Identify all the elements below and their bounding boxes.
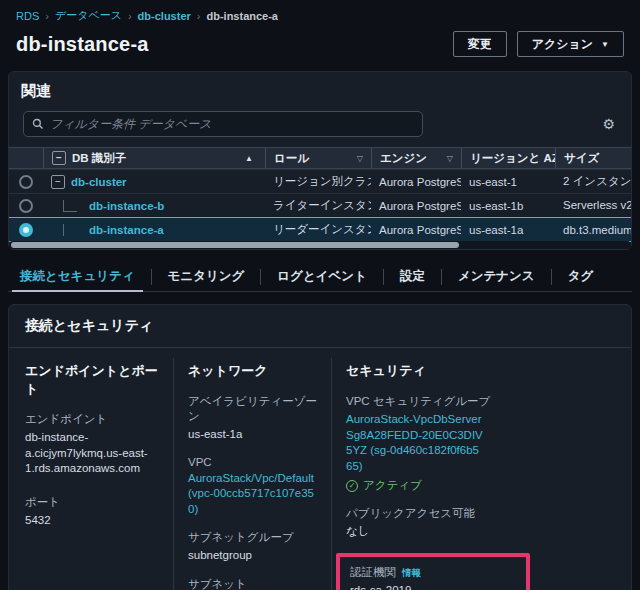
header-engine: エンジン ▽ <box>371 148 461 168</box>
certificate-authority-highlight: 認証機関 情報 rds-ca-2019 証明機関の日付 August 23, 2… <box>336 553 530 590</box>
horizontal-scrollbar[interactable] <box>9 241 631 249</box>
row-name-cell: db-instance-a <box>43 224 265 236</box>
tab-maintenance[interactable]: メンテナンス <box>454 262 539 291</box>
row-radio[interactable] <box>19 175 33 189</box>
filter-dropdown-icon[interactable]: ▽ <box>357 154 363 163</box>
chevron-down-icon: ▼ <box>601 40 609 49</box>
tab-logs-events[interactable]: ログとイベント <box>273 262 371 291</box>
breadcrumb-link-rds[interactable]: RDS <box>16 10 39 22</box>
filter-row: ⚙ <box>21 111 619 137</box>
vpc-link[interactable]: AuroraStack/Vpc/Default (vpc-00ccb5717c1… <box>188 471 321 518</box>
security-group-status: ✓ アクティブ <box>346 478 493 493</box>
network-column-title: ネットワーク <box>188 362 321 380</box>
header-actions: 変更 アクション ▼ <box>453 31 624 57</box>
port-value: 5432 <box>25 513 163 529</box>
endpoint-label: エンドポイント <box>25 412 163 427</box>
modify-button[interactable]: 変更 <box>453 31 507 57</box>
header-role: ロール ▽ <box>265 148 371 168</box>
table-row[interactable]: db-instance-b ライターインスタンス Aurora PostgreS… <box>9 193 631 217</box>
tab-divider <box>441 269 442 285</box>
info-link[interactable]: 情報 <box>402 567 421 580</box>
row-radio[interactable] <box>19 199 33 213</box>
endpoint-column: エンドポイントとポート エンドポイント db-instance-a.cicjym… <box>25 358 173 590</box>
check-circle-icon: ✓ <box>346 480 358 492</box>
security-group-field: VPC セキュリティグループ AuroraStack-VpcDbServerSg… <box>346 394 493 493</box>
row-select-cell <box>9 223 43 237</box>
port-field: ポート 5432 <box>25 495 163 529</box>
tab-divider <box>260 269 261 285</box>
breadcrumb-link-db-cluster[interactable]: db-cluster <box>138 10 191 22</box>
public-access-value: なし <box>346 524 493 540</box>
row-radio-selected[interactable] <box>19 223 33 237</box>
tab-divider <box>151 269 152 285</box>
subnets-label: サブネット <box>188 577 321 590</box>
tab-monitoring[interactable]: モニタリング <box>164 262 249 291</box>
tab-divider <box>383 269 384 285</box>
connectivity-security-header: 接続とセキュリティ <box>9 305 631 348</box>
connectivity-security-panel: 接続とセキュリティ エンドポイントとポート エンドポイント db-instanc… <box>8 304 632 590</box>
column-label: リージョンと AZ <box>470 151 555 166</box>
header-select-cell <box>9 148 43 168</box>
port-label: ポート <box>25 495 163 510</box>
sort-asc-icon[interactable]: ▲ <box>245 154 253 163</box>
filter-input[interactable] <box>50 117 414 131</box>
row-name-cell: db-instance-b <box>43 200 265 212</box>
actions-label: アクション <box>532 36 593 53</box>
rds-instance-detail-page: RDS › データベース › db-cluster › db-instance-… <box>0 0 640 590</box>
actions-dropdown-button[interactable]: アクション ▼ <box>517 31 624 57</box>
header-db-identifier: − DB 識別子 ▲ <box>43 148 265 168</box>
row-engine: Aurora PostgreSQL <box>371 200 461 212</box>
endpoint-value: db-instance-a.cicjym7lykmq.us-east-1.rds… <box>25 430 163 477</box>
page-header: db-instance-a 変更 アクション ▼ <box>0 25 640 59</box>
security-group-link[interactable]: AuroraStack-VpcDbServerSg8A28FEDD-20E0C3… <box>346 412 484 474</box>
databases-table: − DB 識別子 ▲ ロール ▽ エンジン ▽ リージョンと AZ ▽ サイ <box>9 147 631 249</box>
security-column: セキュリティ VPC セキュリティグループ AuroraStack-VpcDbS… <box>331 358 503 590</box>
certificate-authority-value: rds-ca-2019 <box>350 583 516 590</box>
tab-connectivity-security[interactable]: 接続とセキュリティ <box>16 262 139 291</box>
related-panel: 関連 ⚙ − DB 識別子 ▲ <box>8 71 632 250</box>
collapse-all-icon[interactable]: − <box>52 151 66 165</box>
header-region-az: リージョンと AZ ▽ <box>461 148 555 168</box>
availability-zone-label: アベイラビリティーゾーン <box>188 394 321 424</box>
row-engine: Aurora PostgreSQL <box>371 224 461 236</box>
db-cluster-link[interactable]: db-cluster <box>71 176 127 188</box>
db-instance-a-link[interactable]: db-instance-a <box>89 224 164 236</box>
breadcrumb: RDS › データベース › db-cluster › db-instance-… <box>0 6 640 25</box>
tree-connector <box>63 200 77 212</box>
public-access-label: パブリックアクセス可能 <box>346 506 493 521</box>
row-select-cell <box>9 199 43 213</box>
column-label: DB 識別子 <box>72 151 126 166</box>
row-region-az: us-east-1b <box>461 200 555 212</box>
subnet-group-field: サブネットグループ subnetgroup <box>188 530 321 564</box>
column-label: ロール <box>274 151 309 166</box>
tab-configuration[interactable]: 設定 <box>396 262 429 291</box>
public-access-field: パブリックアクセス可能 なし <box>346 506 493 540</box>
breadcrumb-link-databases[interactable]: データベース <box>55 8 122 23</box>
db-instance-b-link[interactable]: db-instance-b <box>89 200 164 212</box>
row-role: リージョン別クラスター <box>265 174 371 189</box>
certificate-authority-label: 認証機関 <box>350 565 396 580</box>
table-row[interactable]: − db-cluster リージョン別クラスター Aurora PostgreS… <box>9 169 631 193</box>
subnet-group-value: subnetgroup <box>188 548 321 564</box>
vpc-label: VPC <box>188 456 321 468</box>
row-engine: Aurora PostgreSQL <box>371 176 461 188</box>
certificate-authority-field: 認証機関 情報 rds-ca-2019 <box>350 565 516 590</box>
collapse-row-icon[interactable]: − <box>51 175 65 189</box>
table-header-row: − DB 識別子 ▲ ロール ▽ エンジン ▽ リージョンと AZ ▽ サイ <box>9 147 631 169</box>
scrollbar-thumb[interactable] <box>11 242 459 248</box>
filter-box <box>23 111 423 137</box>
security-column-spacer <box>503 358 615 590</box>
filter-dropdown-icon[interactable]: ▽ <box>447 154 453 163</box>
breadcrumb-separator-icon: › <box>128 10 132 22</box>
subnets-field: サブネット subnet-0e99063b640f92827 subnet-0a… <box>188 577 321 590</box>
gear-icon[interactable]: ⚙ <box>600 115 617 133</box>
breadcrumb-separator-icon: › <box>45 10 49 22</box>
table-row-selected[interactable]: db-instance-a リーダーインスタンス Aurora PostgreS… <box>9 217 631 241</box>
breadcrumb-separator-icon: › <box>197 10 201 22</box>
row-size: 2 インスタンス <box>555 174 631 189</box>
row-size: Serverless v2 (0.5〜2 A <box>555 198 631 213</box>
availability-zone-field: アベイラビリティーゾーン us-east-1a <box>188 394 321 443</box>
detail-tabs: 接続とセキュリティ モニタリング ログとイベント 設定 メンテナンス タグ <box>8 262 632 292</box>
column-label: エンジン <box>380 151 427 166</box>
tab-tags[interactable]: タグ <box>564 262 598 291</box>
